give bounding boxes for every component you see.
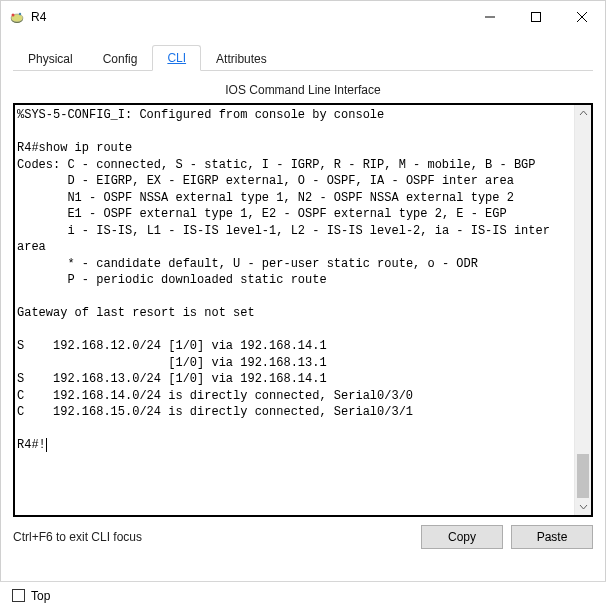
tab-bar: Physical Config CLI Attributes (13, 45, 593, 71)
footer-bar: Top (0, 581, 606, 609)
svg-rect-5 (532, 13, 541, 22)
copy-button[interactable]: Copy (421, 525, 503, 549)
cli-panel: IOS Command Line Interface %SYS-5-CONFIG… (13, 71, 593, 549)
cli-hint: Ctrl+F6 to exit CLI focus (13, 530, 142, 544)
window-title: R4 (31, 10, 46, 24)
scroll-up-arrow[interactable] (575, 105, 591, 122)
terminal-container: %SYS-5-CONFIG_I: Configured from console… (13, 103, 593, 517)
close-button[interactable] (559, 1, 605, 33)
content-area: Physical Config CLI Attributes IOS Comma… (1, 33, 605, 549)
terminal-output[interactable]: %SYS-5-CONFIG_I: Configured from console… (15, 105, 574, 515)
paste-button[interactable]: Paste (511, 525, 593, 549)
scroll-thumb[interactable] (577, 454, 589, 498)
minimize-button[interactable] (467, 1, 513, 33)
app-icon (9, 9, 25, 25)
terminal-toolbar: Ctrl+F6 to exit CLI focus Copy Paste (13, 525, 593, 549)
tab-physical[interactable]: Physical (13, 46, 88, 71)
tab-cli[interactable]: CLI (152, 45, 201, 71)
top-label: Top (31, 589, 50, 603)
top-checkbox[interactable] (12, 589, 25, 602)
svg-point-2 (12, 14, 15, 17)
cli-heading: IOS Command Line Interface (13, 83, 593, 97)
tab-attributes[interactable]: Attributes (201, 46, 282, 71)
terminal-text: %SYS-5-CONFIG_I: Configured from console… (17, 108, 557, 452)
terminal-cursor (46, 438, 47, 452)
title-bar: R4 (1, 1, 605, 33)
terminal-scrollbar[interactable] (574, 105, 591, 515)
window-controls (467, 1, 605, 33)
tab-config[interactable]: Config (88, 46, 153, 71)
scroll-down-arrow[interactable] (575, 498, 591, 515)
scroll-track[interactable] (575, 122, 591, 498)
maximize-button[interactable] (513, 1, 559, 33)
svg-point-3 (19, 13, 21, 15)
